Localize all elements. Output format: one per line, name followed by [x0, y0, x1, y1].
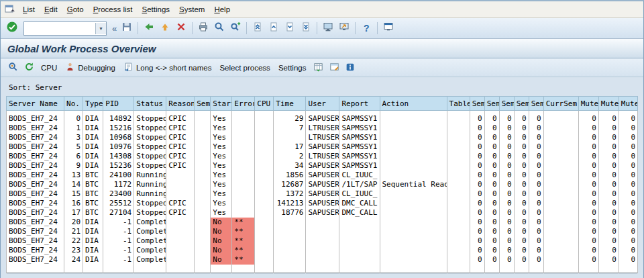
cell[interactable]: 0 [578, 218, 598, 227]
cell[interactable]: 0 [470, 133, 484, 142]
next-page-button[interactable] [282, 21, 297, 36]
cell[interactable]: 0 [598, 171, 619, 180]
cell[interactable]: Yes [211, 124, 232, 133]
cell[interactable] [274, 255, 306, 265]
cell[interactable]: SAPMSSY1 [339, 133, 380, 142]
cell[interactable] [306, 227, 339, 236]
cell[interactable]: 0 [578, 152, 598, 161]
cell[interactable]: 0 [470, 246, 484, 255]
cell[interactable]: 0 [578, 236, 598, 246]
cell[interactable]: Stopped [134, 161, 166, 171]
cell[interactable] [255, 124, 274, 133]
cell[interactable]: 0 [529, 161, 543, 171]
cell[interactable] [447, 189, 470, 199]
cell[interactable]: 0 [529, 114, 543, 124]
cell[interactable] [543, 236, 578, 246]
cell[interactable] [339, 227, 380, 236]
table-row[interactable]: BODS_EH7_2416BTC25512StoppedCPICYes14121… [7, 199, 638, 208]
cell[interactable]: 0 [529, 199, 543, 208]
cell[interactable] [232, 171, 255, 180]
table-row[interactable]: BODS_EH7_2422DIA-1CompletNo**00000000 [7, 236, 638, 246]
cell[interactable]: SAPMSSY1 [339, 161, 380, 171]
previous-page-button[interactable] [266, 21, 281, 36]
cell[interactable]: 0 [598, 208, 619, 218]
cell[interactable] [447, 246, 470, 255]
cell[interactable] [255, 152, 274, 161]
cell[interactable]: 0 [514, 199, 529, 208]
cell[interactable] [195, 114, 211, 124]
cell[interactable]: 14 [64, 180, 83, 189]
cell[interactable]: Running [134, 189, 166, 199]
cell[interactable]: CL_IUUC_ [339, 171, 380, 180]
table-row[interactable]: BODS_EH7_2421DIA-1CompletNo**00000000 [7, 227, 638, 236]
cell[interactable]: 0 [470, 161, 484, 171]
cell[interactable]: 14892 [103, 114, 134, 124]
cell[interactable] [380, 114, 447, 124]
cell[interactable]: 15216 [103, 124, 134, 133]
cell[interactable]: 0 [470, 208, 484, 218]
save-button[interactable] [119, 21, 134, 36]
cell[interactable]: CPIC [166, 142, 195, 152]
cell[interactable]: 0 [578, 124, 598, 133]
cell[interactable]: 0 [514, 171, 529, 180]
cell[interactable]: BODS_EH7_24 [7, 171, 64, 180]
cell[interactable]: 0 [499, 142, 514, 152]
column-header[interactable]: Start [211, 97, 232, 111]
table-row[interactable]: BODS_EH7_2415BTC23400RunningYes1372SAPUS… [7, 189, 638, 199]
column-header[interactable]: Server Name [7, 97, 64, 111]
cell[interactable]: Yes [211, 114, 232, 124]
cell[interactable] [195, 199, 211, 208]
table-row[interactable]: BODS_EH7_2420DIA-1CompletNo**00000000 [7, 218, 638, 227]
menu-item-help[interactable]: Help [209, 4, 235, 15]
cell[interactable] [380, 236, 447, 246]
table-row[interactable]: BODS_EH7_2424DIA-1CompletNo**00000000 [7, 255, 638, 265]
cell[interactable]: 0 [499, 133, 514, 142]
cell[interactable] [543, 227, 578, 236]
find-next-button[interactable] [228, 21, 243, 36]
column-header[interactable]: Sem [484, 97, 499, 111]
cell[interactable]: 0 [578, 227, 598, 236]
column-header[interactable]: Mutex [619, 97, 637, 111]
cell[interactable]: 0 [514, 133, 529, 142]
column-header[interactable]: Status [134, 97, 166, 111]
cell[interactable] [543, 208, 578, 218]
cell[interactable]: 23400 [103, 189, 134, 199]
cell[interactable]: 14308 [103, 152, 134, 161]
cell[interactable]: 0 [484, 189, 499, 199]
cell[interactable]: CPIC [166, 161, 195, 171]
column-header[interactable]: Type [83, 97, 103, 111]
cell[interactable] [447, 171, 470, 180]
refresh-button[interactable] [21, 60, 36, 75]
cell[interactable] [195, 161, 211, 171]
cell[interactable] [166, 171, 195, 180]
cell[interactable]: BODS_EH7_24 [7, 114, 64, 124]
cell[interactable]: 15236 [103, 161, 134, 171]
cell[interactable]: 0 [529, 189, 543, 199]
cell[interactable]: 0 [619, 161, 637, 171]
column-header[interactable]: Mutex [598, 97, 619, 111]
cell[interactable] [380, 218, 447, 227]
cell[interactable]: 0 [514, 236, 529, 246]
cell[interactable] [255, 161, 274, 171]
cell[interactable]: 0 [499, 246, 514, 255]
cell[interactable]: 0 [529, 218, 543, 227]
cell[interactable]: -1 [103, 255, 134, 265]
cell[interactable]: 0 [598, 180, 619, 189]
cell[interactable] [232, 199, 255, 208]
cell[interactable] [543, 171, 578, 180]
cell[interactable]: SAPMSSY1 [339, 152, 380, 161]
cell[interactable] [380, 161, 447, 171]
cell[interactable]: 0 [484, 124, 499, 133]
cell[interactable]: 0 [484, 227, 499, 236]
cell[interactable] [447, 152, 470, 161]
cell[interactable]: SAPUSER [306, 189, 339, 199]
column-header[interactable]: Table [447, 97, 470, 111]
cell[interactable]: 0 [484, 142, 499, 152]
cell[interactable]: 0 [529, 255, 543, 265]
cell[interactable] [543, 199, 578, 208]
cell[interactable] [195, 246, 211, 255]
cell[interactable] [166, 255, 195, 265]
cell[interactable]: 0 [484, 199, 499, 208]
cell[interactable] [274, 236, 306, 246]
cell[interactable]: Yes [211, 161, 232, 171]
